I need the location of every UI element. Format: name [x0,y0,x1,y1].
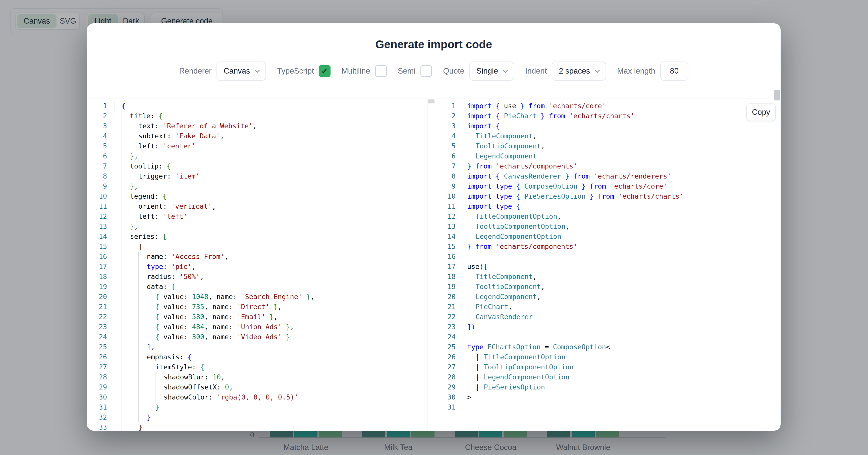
typescript-label: TypeScript [277,67,314,75]
line-number: 33 [87,422,107,431]
code-line: 22 CanvasRenderer [428,312,781,322]
quote-select[interactable]: Single [469,62,514,80]
line-number: 1 [87,101,107,111]
code-line: 7} from 'echarts/components' [428,161,781,171]
code-line: 21 PieChart, [428,302,781,312]
line-number: 15 [87,241,107,252]
line-number: 8 [87,171,107,181]
line-number: 14 [428,231,456,241]
line-number: 20 [428,292,456,302]
semi-checkbox[interactable] [421,65,432,77]
max-length-input[interactable] [660,62,688,80]
line-number: 17 [428,262,456,272]
code-line: 29 | PieSeriesOption [428,382,781,392]
line-number: 14 [87,231,107,241]
left-editor-scrollbar-thumb[interactable] [428,99,434,103]
check-icon: ✓ [321,66,329,76]
code-line: 27 | TooltipComponentOption [428,362,781,372]
line-number: 28 [87,372,107,382]
code-line: 11 orient: 'vertical', [87,201,427,212]
line-number: 18 [428,272,456,282]
line-number: 32 [87,412,107,422]
code-line: 15 { [87,241,427,252]
code-line: 25type EChartsOption = ComposeOption< [428,342,781,352]
code-line: 20 LegendComponent, [428,292,781,302]
code-line: 8 trigger: 'item' [87,171,427,181]
max-length-label: Max length [617,67,655,75]
code-line: 20 { value: 1048, name: 'Search Engine' … [87,292,427,302]
renderer-select[interactable]: Canvas [217,62,266,80]
code-line: 32 } [87,412,427,422]
code-panels: 1{2 title: {3 text: 'Referer of a Websit… [87,98,781,431]
typescript-checkbox[interactable]: ✓ [319,65,331,77]
line-number: 19 [428,282,456,292]
line-number: 31 [87,402,107,412]
code-line: 30 shadowColor: 'rgba(0, 0, 0, 0.5)' [87,392,427,402]
code-line: 26 | TitleComponentOption [428,352,781,362]
code-line: 7 tooltip: { [87,161,427,171]
line-number: 26 [428,352,456,362]
line-number: 4 [87,131,107,141]
line-number: 10 [428,191,456,201]
line-number: 27 [87,362,107,372]
code-line: 15} from 'echarts/components' [428,241,781,252]
code-line: 17 type: 'pie', [87,262,427,272]
line-number: 16 [428,252,456,262]
renderer-select-value: Canvas [223,67,250,75]
line-number: 7 [428,161,456,171]
code-line: 18 TitleComponent, [428,272,781,282]
line-number: 2 [87,111,107,121]
code-line: 4 TitleComponent, [428,131,781,141]
code-line: 27 itemStyle: { [87,362,427,372]
line-number: 8 [428,171,456,181]
line-number: 2 [428,111,456,121]
code-line: 11import type { [428,201,781,212]
code-line: 4 subtext: 'Fake Data', [87,131,427,141]
code-line: 16 name: 'Access From', [87,252,427,262]
copy-button[interactable]: Copy [746,103,776,121]
code-line: 28 shadowBlur: 10, [87,372,427,382]
modal-scrollbar-thumb[interactable] [774,90,780,100]
modal-title: Generate import code [87,38,781,51]
code-line: 5 TooltipComponent, [428,141,781,151]
code-line: 26 emphasis: { [87,352,427,362]
code-line: 22 { value: 580, name: 'Email' }, [87,312,427,322]
code-line: 24 [428,332,781,342]
semi-label: Semi [398,67,416,75]
code-line: 19 TooltipComponent, [428,282,781,292]
multiline-checkbox[interactable] [375,65,387,77]
code-line: 10import type { PieSeriesOption } from '… [428,191,781,201]
line-number: 15 [428,241,456,252]
line-number: 5 [428,141,456,151]
code-line: 12 left: 'left' [87,212,427,222]
code-line: 13 }, [87,222,427,231]
code-line: 21 { value: 735, name: 'Direct' }, [87,302,427,312]
line-number: 19 [87,282,107,292]
line-number: 25 [428,342,456,352]
chevron-down-icon [255,68,260,73]
line-number: 26 [87,352,107,362]
code-line: 3 text: 'Referer of a Website', [87,121,427,131]
indent-select[interactable]: 2 spaces [552,62,606,80]
indent-select-value: 2 spaces [559,67,590,75]
line-number: 11 [87,201,107,212]
code-line: 13 TooltipComponentOption, [428,222,781,231]
line-number: 22 [428,312,456,322]
line-number: 27 [428,362,456,372]
code-line: 29 shadowOffsetX: 0, [87,382,427,392]
line-number: 24 [87,332,107,342]
code-line: 30> [428,392,781,402]
code-line: 24 { value: 300, name: 'Video Ads' } [87,332,427,342]
code-line: 18 radius: '50%', [87,272,427,282]
code-line: 9import type { ComposeOption } from 'ech… [428,181,781,191]
line-number: 23 [87,322,107,332]
line-number: 30 [428,392,456,402]
line-number: 9 [428,181,456,191]
line-number: 7 [87,161,107,171]
code-line: 28 | LegendComponentOption [428,372,781,382]
indent-label: Indent [525,67,547,75]
line-number: 21 [428,302,456,312]
left-code-editor[interactable]: 1{2 title: {3 text: 'Referer of a Websit… [87,99,427,431]
code-line: 23 { value: 484, name: 'Union Ads' }, [87,322,427,332]
right-code-editor[interactable]: 1import { use } from 'echarts/core'2impo… [427,99,781,431]
